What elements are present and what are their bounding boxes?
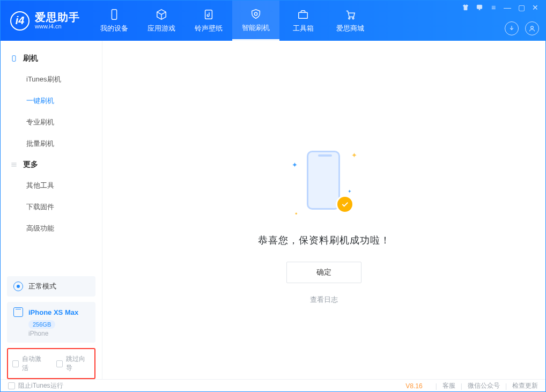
checkbox-label: 自动激活 [22, 354, 46, 373]
app-logo: i4 爱思助手 www.i4.cn [1, 1, 91, 41]
maximize-button[interactable]: ▢ [518, 4, 525, 11]
checkbox-skip-guide[interactable]: 跳过向导 [56, 354, 91, 373]
header-actions [505, 21, 539, 35]
divider: | [436, 382, 437, 390]
app-body: 刷机 iTunes刷机 一键刷机 专业刷机 批量刷机 更多 其他工具 下载固件 … [1, 41, 545, 379]
device-mode-panel[interactable]: 正常模式 [7, 276, 95, 297]
svg-rect-5 [477, 5, 482, 9]
device-icon [13, 307, 23, 317]
sparkle-icon: ✦ [292, 161, 298, 169]
tab-label: 爱思商城 [336, 24, 364, 33]
svg-point-6 [531, 26, 534, 29]
flash-options-highlight: 自动激活 跳过向导 [7, 348, 95, 379]
sparkle-icon: • [295, 210, 298, 218]
device-mode-label: 正常模式 [28, 282, 56, 291]
svg-point-3 [349, 18, 350, 19]
svg-rect-7 [12, 56, 16, 62]
checkbox-block-itunes[interactable]: 阻止iTunes运行 [8, 381, 63, 390]
checkbox-icon [56, 360, 63, 367]
toolbox-icon [297, 8, 309, 21]
minimize-button[interactable]: — [504, 4, 511, 11]
phone-outline-icon [307, 151, 340, 210]
close-button[interactable]: ✕ [532, 4, 539, 11]
tab-label: 应用游戏 [147, 24, 175, 33]
sidebar-item-other-tools[interactable]: 其他工具 [1, 175, 102, 196]
connected-device-card[interactable]: iPhone XS Max 256GB iPhone [7, 302, 95, 343]
svg-rect-1 [205, 10, 212, 19]
tab-store[interactable]: 爱思商城 [327, 1, 374, 41]
main-tabs: 我的设备 应用游戏 铃声壁纸 智能刷机 工具箱 爱思商城 [91, 1, 374, 41]
checkbox-label: 阻止iTunes运行 [18, 381, 63, 390]
checkbox-label: 跳过向导 [66, 354, 90, 373]
device-small-icon [10, 55, 18, 62]
sparkle-icon: ✦ [351, 151, 357, 159]
sidebar-item-advanced[interactable]: 高级功能 [1, 218, 102, 239]
window-controls: ≡ — ▢ ✕ [462, 4, 539, 11]
mode-indicator-icon [13, 282, 23, 291]
divider: | [461, 382, 462, 390]
sidebar-item-oneclick-flash[interactable]: 一键刷机 [1, 90, 102, 112]
app-header: i4 爱思助手 www.i4.cn 我的设备 应用游戏 铃声壁纸 智能刷机 工具… [1, 1, 545, 41]
wechat-link[interactable]: 微信公众号 [468, 381, 500, 390]
feedback-icon[interactable] [476, 4, 483, 11]
sidebar-section-more: 更多 [1, 154, 102, 175]
tab-ringtones[interactable]: 铃声壁纸 [185, 1, 232, 41]
divider: | [505, 382, 507, 390]
view-log-link[interactable]: 查看日志 [310, 295, 338, 305]
list-icon [10, 161, 18, 168]
cube-icon [155, 8, 168, 21]
checkbox-icon [8, 382, 15, 389]
sparkle-icon: ✦ [348, 189, 352, 194]
user-button[interactable] [525, 21, 539, 35]
phone-icon [108, 8, 121, 21]
svg-rect-2 [299, 12, 308, 18]
checkbox-auto-activate[interactable]: 自动激活 [12, 354, 47, 373]
support-link[interactable]: 客服 [442, 381, 455, 390]
tab-smart-flash[interactable]: 智能刷机 [232, 1, 279, 41]
check-update-link[interactable]: 检查更新 [512, 381, 538, 390]
app-title: 爱思助手 [35, 11, 80, 23]
device-capacity: 256GB [28, 320, 55, 329]
main-content: ✦ ✦ • ✦ 恭喜您，保资料刷机成功啦！ 确定 查看日志 [102, 41, 545, 379]
status-bar: 阻止iTunes运行 V8.16 | 客服 | 微信公众号 | 检查更新 [1, 379, 545, 392]
header-right: ≡ — ▢ ✕ [462, 1, 539, 41]
tab-device[interactable]: 我的设备 [91, 1, 138, 41]
section-label: 刷机 [23, 54, 38, 63]
svg-rect-0 [112, 10, 116, 19]
tab-label: 铃声壁纸 [195, 24, 223, 33]
music-file-icon [202, 8, 215, 21]
shirt-icon[interactable] [462, 4, 469, 11]
tab-label: 智能刷机 [242, 23, 270, 33]
device-type: iPhone [28, 330, 89, 337]
sidebar: 刷机 iTunes刷机 一键刷机 专业刷机 批量刷机 更多 其他工具 下载固件 … [1, 41, 102, 379]
tab-toolbox[interactable]: 工具箱 [279, 1, 327, 41]
checkbox-icon [12, 360, 19, 367]
sidebar-item-itunes-flash[interactable]: iTunes刷机 [1, 69, 102, 90]
tab-label: 我的设备 [100, 24, 128, 33]
logo-icon: i4 [10, 11, 29, 31]
device-name: iPhone XS Max [28, 308, 78, 316]
tab-apps[interactable]: 应用游戏 [138, 1, 185, 41]
sidebar-item-pro-flash[interactable]: 专业刷机 [1, 112, 102, 133]
ok-button[interactable]: 确定 [286, 262, 361, 283]
sidebar-item-download-firmware[interactable]: 下载固件 [1, 196, 102, 218]
refresh-shield-icon [249, 8, 262, 20]
app-subtitle: www.i4.cn [35, 23, 80, 29]
success-message: 恭喜您，保资料刷机成功啦！ [258, 234, 390, 247]
tab-label: 工具箱 [293, 24, 314, 33]
svg-point-4 [352, 18, 354, 19]
section-label: 更多 [23, 160, 38, 169]
menu-icon[interactable]: ≡ [490, 4, 497, 11]
success-illustration: ✦ ✦ • ✦ [292, 148, 356, 218]
check-badge-icon [336, 195, 354, 213]
sidebar-item-batch-flash[interactable]: 批量刷机 [1, 133, 102, 154]
version-label: V8.16 [405, 382, 422, 390]
download-button[interactable] [505, 21, 519, 35]
sidebar-section-flash: 刷机 [1, 48, 102, 69]
cart-icon [344, 8, 357, 21]
